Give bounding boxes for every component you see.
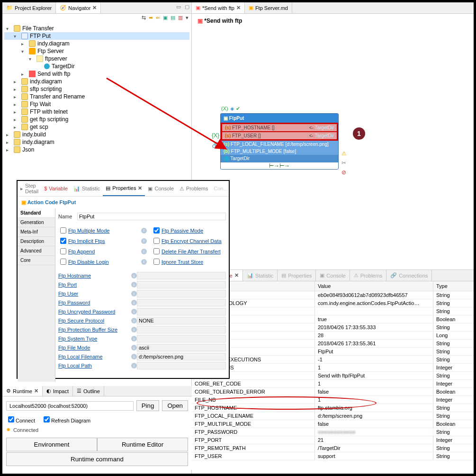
- environment-button[interactable]: Environment: [6, 438, 97, 451]
- cb-ignore[interactable]: [153, 259, 160, 265]
- table-row[interactable]: Send with ftp/FtpPutString: [192, 372, 474, 380]
- refresh-checkbox[interactable]: [44, 416, 50, 422]
- diagram-canvas[interactable]: (X) ◈ ✔ ▣ FtpPut (s) FTP_HOSTNAME []<- T…: [192, 28, 474, 180]
- table-row[interactable]: CORE_TOLERATED_ERRORfalseBoolean: [192, 388, 474, 396]
- callout-1: 1: [353, 127, 365, 140]
- table-row[interactable]: …ENABLED_EXECUTIONS-1String: [192, 356, 474, 364]
- cb-encrypt[interactable]: [153, 238, 160, 244]
- cb-delete[interactable]: [153, 248, 160, 254]
- back-icon[interactable]: ⇐: [156, 15, 160, 21]
- cb-disable[interactable]: [60, 259, 66, 265]
- propnav-core[interactable]: Core: [18, 256, 55, 265]
- ftp-hostname-input[interactable]: [137, 272, 226, 279]
- editor-tab-ftp-md[interactable]: ▣Ftp Server.md: [245, 2, 292, 13]
- runtime-editor-button[interactable]: Runtime Editor: [97, 438, 188, 451]
- table-row[interactable]: FTP_MULTIPLE_MODEfalseBoolean: [192, 420, 474, 428]
- menu-icon[interactable]: ▾: [186, 15, 189, 21]
- variable-table[interactable]: …ON_IDeb0e084f93d0612ab7d08923dfb46557St…: [192, 291, 474, 476]
- cb-append[interactable]: [60, 248, 66, 254]
- ftp-unc-password-input[interactable]: [137, 308, 226, 315]
- ftp-localfn-input[interactable]: [137, 353, 226, 360]
- close-icon[interactable]: ✕: [234, 272, 239, 278]
- connect-checkbox[interactable]: [8, 416, 14, 422]
- ftp-user-input[interactable]: [137, 290, 226, 297]
- navigator-tree[interactable]: ▾File Transfer ▾FTP Put ▸indy.diagram ▾F…: [2, 22, 191, 185]
- maximize-icon[interactable]: ▢: [183, 2, 191, 13]
- tree-icon-1[interactable]: ▣: [163, 15, 168, 21]
- tab-conn2[interactable]: Con…: [211, 181, 231, 196]
- close-icon[interactable]: ✕: [236, 5, 241, 11]
- close-icon[interactable]: ✕: [138, 185, 142, 191]
- tree-icon-3[interactable]: ▥: [178, 15, 183, 21]
- table-row[interactable]: …N_DATE2018/04/26 17:33:55.333String: [192, 323, 474, 332]
- cb-implicit[interactable]: [60, 238, 66, 244]
- ftp-password-input[interactable]: [137, 299, 226, 306]
- runtime-host-input[interactable]: [6, 401, 134, 411]
- propnav-standard[interactable]: Standard: [18, 208, 55, 218]
- tab-outline[interactable]: ☰ Outline: [73, 386, 104, 396]
- table-row[interactable]: …ATION28Long: [192, 332, 474, 340]
- tree-ftp-put[interactable]: ▾FTP Put: [4, 32, 189, 40]
- tab-navigator[interactable]: 🧭 Navigator ✕: [56, 2, 101, 13]
- tab-properties2[interactable]: ▤ Properties ✕: [103, 181, 145, 196]
- ftpput-node[interactable]: ▣ FtpPut (s) FTP_HOSTNAME []<- TargetDir…: [220, 113, 339, 170]
- propnav-generation[interactable]: Generation: [18, 218, 55, 227]
- target-icon: [44, 63, 50, 69]
- ftp-port-input[interactable]: [137, 281, 226, 288]
- close-icon[interactable]: ✕: [92, 5, 97, 11]
- tab-impact[interactable]: ◐ Impact: [43, 386, 73, 396]
- ftp-sys-input[interactable]: [137, 335, 226, 342]
- open-button[interactable]: Open: [162, 400, 188, 411]
- table-row[interactable]: FTP_LOCAL_FILENAMEd:/temp/screen.pngStri…: [192, 412, 474, 420]
- table-row[interactable]: …N_ACTIONtrueBoolean: [192, 315, 474, 323]
- propnav-advanced[interactable]: Advanced: [18, 246, 55, 256]
- forbid-icon: ⊘: [341, 169, 347, 176]
- tab-problems2[interactable]: ⚠ Problems: [177, 181, 211, 196]
- tree-icon-2[interactable]: ▤: [171, 15, 175, 21]
- table-row[interactable]: …DATE2018/04/26 17:33:55.361String: [192, 340, 474, 348]
- collapse-all-icon[interactable]: ⇆: [142, 15, 146, 21]
- table-row[interactable]: …ON_TXTString: [192, 307, 474, 315]
- properties-panel: ▸ Step Detail $ Variable 📊 Statistic ▤ P…: [17, 180, 230, 379]
- ftp-mode-input[interactable]: [137, 344, 226, 351]
- table-row[interactable]: FTP_REMOTE_PATH/TargetDirString: [192, 444, 474, 452]
- tree-targetdir[interactable]: TargetDir: [4, 63, 189, 70]
- name-input[interactable]: [77, 213, 226, 220]
- close-icon[interactable]: ✕: [34, 388, 38, 394]
- ping-button[interactable]: Ping: [136, 400, 160, 411]
- table-row[interactable]: CORE_RET_CODE1Integer: [192, 380, 474, 388]
- tab-console2[interactable]: ▣ Console: [145, 181, 176, 196]
- tab-connections[interactable]: 🔗 Connections: [386, 270, 432, 281]
- tab-project-explorer[interactable]: 📁 Project Explorer: [2, 2, 56, 13]
- tab-properties[interactable]: ▤ Properties: [278, 270, 316, 281]
- tab-statistic[interactable]: 📊 Statistic: [243, 270, 278, 281]
- propnav-description[interactable]: Description: [18, 237, 55, 246]
- propnav-metainf[interactable]: Meta-Inf: [18, 227, 55, 237]
- cb-passive[interactable]: [153, 227, 160, 234]
- editor-tab-send-ftp[interactable]: ▣*Send with ftp ✕: [192, 2, 245, 13]
- link-editor-icon[interactable]: ⬌: [149, 15, 153, 21]
- tab-console[interactable]: ▣ Console: [316, 270, 350, 281]
- table-row[interactable]: …ON_TECHNOLOGYcom.indy.engine.actionCode…: [192, 299, 474, 307]
- gear-icon: ✹: [6, 427, 10, 433]
- tab-stepdetail[interactable]: ▸ Step Detail: [18, 181, 41, 196]
- ftp-localpath-input[interactable]: [137, 362, 226, 369]
- table-row[interactable]: FTP_HOSTNAMEftp.stambia.orgString: [192, 404, 474, 412]
- tab-variable2[interactable]: $ Variable: [41, 181, 71, 196]
- table-row[interactable]: FTP_PASSWORD●●●●●●●●●●●●String: [192, 428, 474, 436]
- table-row[interactable]: FTP_USERsupportString: [192, 452, 474, 460]
- runtime-command-button[interactable]: Runtime command: [6, 452, 188, 466]
- table-row[interactable]: FTP_PORT21Integer: [192, 436, 474, 444]
- table-row[interactable]: …ON_IDeb0e084f93d0612ab7d08923dfb46557St…: [192, 291, 474, 299]
- table-row[interactable]: …EXECUTIONS1Integer: [192, 364, 474, 372]
- tab-problems[interactable]: ⚠ Problems: [350, 270, 386, 281]
- table-row[interactable]: FILE_NB1Integer: [192, 396, 474, 404]
- tab-runtime[interactable]: ⚙ Runtime ✕: [2, 386, 43, 396]
- ftp-buf-input[interactable]: [137, 326, 226, 333]
- ftp-secure-input[interactable]: [137, 317, 226, 324]
- var-group-icon: {X}: [212, 132, 219, 139]
- tab-statistic2[interactable]: 📊 Statistic: [71, 181, 103, 196]
- cb-multi[interactable]: [60, 227, 66, 234]
- table-row[interactable]: …EFtpPutString: [192, 348, 474, 356]
- minimize-icon[interactable]: ▭: [174, 2, 183, 13]
